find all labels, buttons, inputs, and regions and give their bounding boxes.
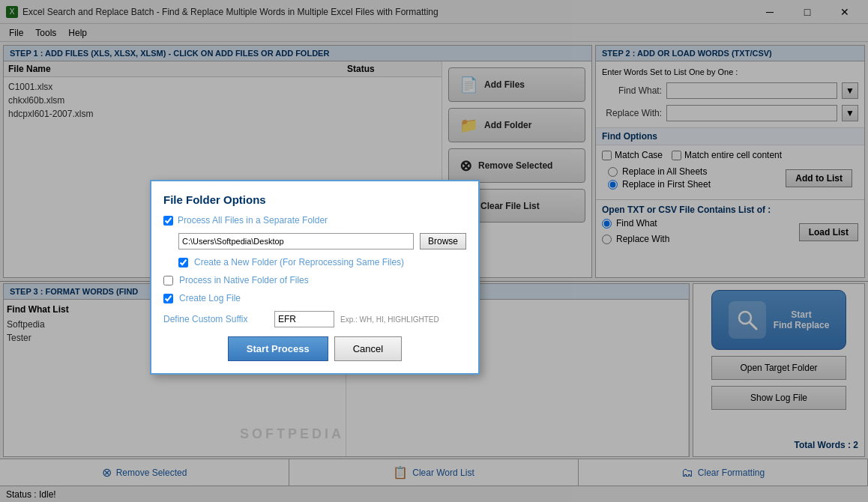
suffix-input[interactable] — [274, 311, 334, 327]
create-log-label: Create Log File — [179, 293, 241, 303]
browse-button[interactable]: Browse — [420, 233, 466, 250]
start-process-button[interactable]: Start Process — [228, 336, 328, 361]
suffix-example: Exp.: WH, HI, HIGHLIGHTED — [340, 315, 439, 324]
cancel-button[interactable]: Cancel — [334, 336, 402, 361]
modal-overlay: File Folder Options Process All Files in… — [0, 0, 868, 502]
process-all-files-checkbox[interactable] — [163, 216, 173, 226]
suffix-label: Define Custom Suffix — [163, 314, 268, 324]
process-all-files-row: Process All Files in a Separate Folder — [163, 215, 466, 226]
process-all-files-checkbox-group: Process All Files in a Separate Folder — [163, 215, 328, 226]
process-all-files-label: Process All Files in a Separate Folder — [178, 215, 328, 226]
modal-title: File Folder Options — [163, 193, 466, 206]
process-native-checkbox[interactable] — [163, 276, 173, 285]
create-new-folder-label: Create a New Folder (For Reprocessing Sa… — [194, 257, 404, 267]
modal-buttons: Start Process Cancel — [163, 336, 466, 361]
path-row: Browse — [178, 233, 466, 250]
create-log-row: Create Log File — [163, 293, 466, 303]
suffix-row: Define Custom Suffix Exp.: WH, HI, HIGHL… — [163, 311, 466, 327]
create-new-folder-checkbox[interactable] — [178, 258, 188, 267]
file-folder-options-dialog: File Folder Options Process All Files in… — [150, 180, 480, 375]
create-folder-row: Create a New Folder (For Reprocessing Sa… — [178, 257, 466, 267]
process-native-label: Process in Native Folder of Files — [179, 275, 309, 285]
create-log-checkbox[interactable] — [163, 294, 173, 303]
folder-path-input[interactable] — [178, 233, 414, 250]
process-native-row: Process in Native Folder of Files — [163, 275, 466, 285]
